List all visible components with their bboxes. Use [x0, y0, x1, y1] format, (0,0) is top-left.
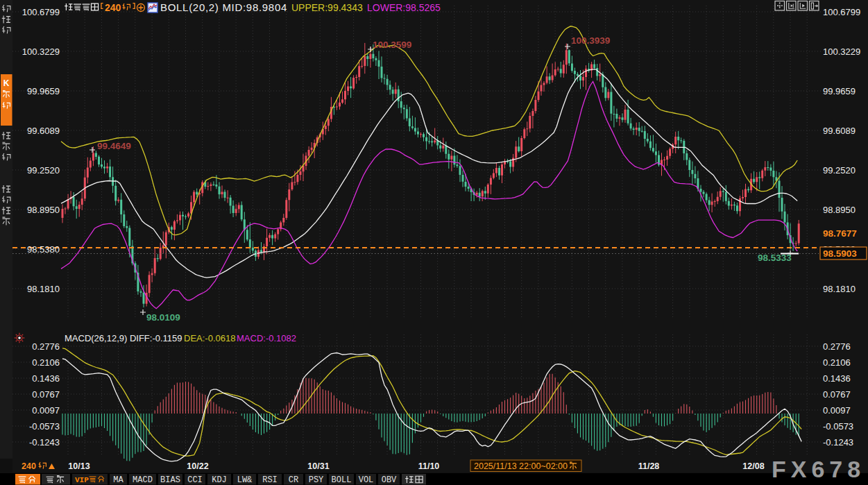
svg-text:10/31: 10/31	[307, 461, 329, 471]
svg-text:11/28: 11/28	[638, 461, 660, 471]
svg-text:100.6799: 100.6799	[22, 7, 60, 17]
svg-text:100.6799: 100.6799	[823, 7, 860, 17]
svg-text:12/08: 12/08	[742, 461, 764, 471]
svg-text:2025/11/13 22:00~02:00: 2025/11/13 22:00~02:00	[474, 461, 568, 471]
svg-text:UPPER:99.4343: UPPER:99.4343	[291, 2, 363, 13]
svg-text:98.7677: 98.7677	[823, 228, 857, 239]
svg-text:99.6089: 99.6089	[823, 126, 856, 136]
svg-text:0.0097: 0.0097	[32, 405, 60, 416]
svg-text:-0.0573: -0.0573	[29, 421, 60, 432]
svg-text:0.0097: 0.0097	[823, 405, 851, 416]
svg-text:LW&: LW&	[237, 475, 253, 485]
svg-text:0.2776: 0.2776	[32, 341, 60, 352]
svg-text:98.1810: 98.1810	[27, 284, 60, 294]
svg-text:100.3229: 100.3229	[22, 46, 60, 57]
svg-text:OBV: OBV	[382, 475, 397, 485]
svg-text:99.9659: 99.9659	[823, 86, 856, 96]
svg-text:0.0767: 0.0767	[823, 389, 851, 400]
svg-text:0.1436: 0.1436	[823, 373, 851, 384]
svg-text:-0.1243: -0.1243	[29, 437, 60, 448]
svg-text:FX678: FX678	[772, 456, 865, 482]
svg-text:LOWER:98.5265: LOWER:98.5265	[367, 2, 441, 13]
svg-text:98.8950: 98.8950	[27, 205, 60, 215]
svg-text:MACD(26,12,9) DIFF:-0.1159: MACD(26,12,9) DIFF:-0.1159	[65, 333, 182, 343]
svg-text:0.0767: 0.0767	[32, 389, 60, 400]
svg-text:0.1436: 0.1436	[32, 373, 60, 384]
svg-text:BOLL(20,2) MID:98.9804: BOLL(20,2) MID:98.9804	[160, 1, 287, 13]
svg-text:240: 240	[22, 461, 36, 471]
svg-text:PSY: PSY	[309, 475, 324, 485]
svg-text:-0.0573: -0.0573	[823, 421, 853, 432]
svg-text:10/13: 10/13	[68, 461, 90, 471]
svg-text:0.2106: 0.2106	[823, 357, 851, 368]
svg-text:K: K	[3, 78, 10, 88]
svg-text:0.2106: 0.2106	[32, 357, 60, 368]
svg-text:100.3229: 100.3229	[823, 46, 860, 57]
svg-text:RSI: RSI	[262, 475, 278, 485]
svg-text:CR: CR	[289, 475, 298, 485]
svg-text:VIP: VIP	[75, 476, 89, 484]
svg-text:98.5903: 98.5903	[823, 248, 857, 259]
svg-text:CCI: CCI	[187, 475, 203, 485]
svg-text:98.5333: 98.5333	[758, 253, 792, 263]
svg-text:BOLL: BOLL	[332, 475, 352, 485]
svg-text:99.9659: 99.9659	[27, 86, 60, 96]
svg-text:98.1810: 98.1810	[823, 284, 856, 294]
svg-text:11/10: 11/10	[418, 461, 440, 471]
svg-text:BIAS: BIAS	[160, 475, 180, 485]
svg-text:98.8950: 98.8950	[823, 205, 856, 215]
svg-text:100.3939: 100.3939	[571, 35, 610, 46]
svg-text:0.2776: 0.2776	[823, 341, 851, 352]
svg-text:-0.1243: -0.1243	[823, 437, 853, 448]
svg-text:10/22: 10/22	[187, 461, 208, 471]
svg-text:240: 240	[105, 2, 121, 13]
svg-text:100.3599: 100.3599	[373, 40, 411, 50]
svg-text:99.2520: 99.2520	[27, 165, 60, 176]
svg-text:MACD:-0.1082: MACD:-0.1082	[237, 333, 296, 343]
svg-text:99.4649: 99.4649	[97, 141, 131, 151]
svg-text:VOL: VOL	[359, 475, 374, 485]
svg-text:99.6089: 99.6089	[27, 126, 60, 136]
svg-text:KDJ: KDJ	[212, 475, 227, 485]
svg-text:98.0109: 98.0109	[146, 312, 180, 323]
svg-text:99.2520: 99.2520	[823, 165, 856, 176]
svg-text:DEA:-0.0618: DEA:-0.0618	[184, 333, 235, 343]
svg-text:98.5380: 98.5380	[27, 244, 60, 255]
svg-text:MA: MA	[113, 475, 124, 485]
svg-text:MACD: MACD	[133, 475, 153, 485]
